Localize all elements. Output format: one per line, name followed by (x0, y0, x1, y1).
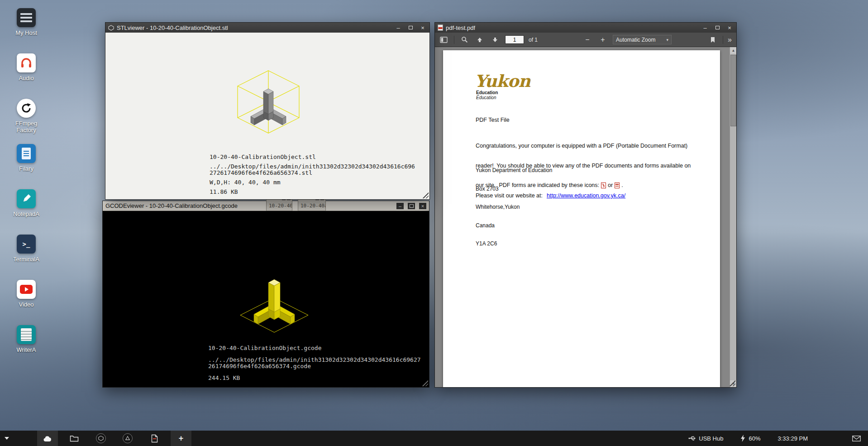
logo-subtitle: Éducation (475, 95, 530, 100)
gcode-filename: 10-20-40-CalibrationObject.gcode (208, 345, 421, 351)
pdf-file-icon (601, 182, 606, 188)
address-line: Yukon Department of Education (476, 168, 552, 174)
zoom-out-icon[interactable]: − (582, 34, 593, 45)
search-icon[interactable] (459, 34, 470, 45)
next-page-icon[interactable] (490, 34, 501, 45)
document-icon (17, 325, 36, 344)
stlviewer-title: STLviewer - 10-20-40-CalibrationObject.s… (117, 24, 228, 31)
desktop-icon-label: Audio (19, 75, 33, 82)
headphones-icon (17, 53, 36, 72)
website-label: Please visit our website at: (476, 192, 543, 199)
stl-dimensions: W,D,H: 40, 40, 40 mm (210, 179, 415, 186)
address-line: Whitehorse,Yukon (476, 204, 552, 211)
stl-3d-render (232, 68, 305, 138)
folder-icon (70, 435, 79, 442)
pencil-icon (17, 189, 36, 208)
desktop-icon-video[interactable]: Video (5, 280, 48, 325)
gcode-viewport[interactable]: 10-20-40-CalibrationObject.gcode ../../D… (103, 211, 429, 387)
usb-hub-status[interactable]: USB Hub (688, 435, 723, 442)
desktop-icon-terminala[interactable]: >_ TerminalA (5, 235, 48, 280)
close-button[interactable]: × (419, 24, 427, 31)
maximize-button[interactable] (406, 24, 415, 31)
battery-percent-label: 60% (749, 435, 760, 442)
minimize-button[interactable]: – (396, 203, 404, 209)
address-block: Yukon Department of Education Box 2703 W… (476, 155, 552, 259)
sidebar-toggle-icon[interactable] (439, 34, 449, 45)
battery-status[interactable]: 60% (740, 435, 760, 442)
taskbar-cloud-button[interactable] (37, 431, 58, 446)
pdf-titlebar[interactable]: pdf-test.pdf – × (435, 23, 736, 33)
taskbar-collapse-icon[interactable] (5, 437, 9, 440)
paragraph-line: Congratulations, your computer is equipp… (476, 143, 720, 149)
pdf-heading: PDF Test File (476, 117, 510, 124)
maximize-button[interactable] (713, 24, 721, 31)
gcode-3d-render (235, 264, 314, 336)
terminal-icon: >_ (17, 235, 36, 254)
address-line: Y1A 2C6 (476, 241, 552, 247)
taskbar-stlviewer-button[interactable] (91, 431, 111, 446)
yukon-wordmark: Yukon (475, 73, 530, 89)
desktop-icon-ffmpeg-factory[interactable]: FFmpeg Factory (5, 99, 48, 144)
pdf-app-icon (438, 24, 443, 31)
more-tools-icon[interactable]: » (728, 36, 732, 44)
toolbar-separator (723, 36, 723, 44)
desktop-icon-notepada[interactable]: NotepadA (5, 189, 48, 235)
circular-arrows-icon (17, 99, 36, 118)
background-window-title: 10-20-40a (267, 203, 292, 209)
pdf-content-area: Yukon Education Éducation PDF Test File … (435, 47, 736, 387)
desktop-icon-label: My Host (15, 29, 37, 36)
pdf-viewer-window: pdf-test.pdf – × of 1 − + (434, 22, 737, 388)
pdf-toolbar: of 1 − + Automatic Zoom ▾ » (435, 33, 736, 47)
resize-grip[interactable] (422, 192, 429, 198)
maximize-button[interactable] (408, 203, 415, 209)
minimize-button[interactable]: – (701, 24, 709, 31)
zoom-select[interactable]: Automatic Zoom ▾ (613, 35, 672, 44)
taskbar-gcodeviewer-button[interactable] (117, 431, 138, 446)
stlviewer-app-icon (108, 25, 114, 31)
taskbar-clock[interactable]: 3:33:29 PM (778, 435, 808, 442)
gcode-filepath: ../../Desktop/files/admin/inith31302d323… (208, 357, 421, 363)
address-line: Canada (476, 223, 552, 229)
close-button[interactable]: × (419, 203, 426, 209)
desktop-icon-my-host[interactable]: My Host (5, 8, 48, 53)
pdf-scrollbar[interactable]: ▲ ▼ (730, 47, 736, 387)
my-host-icon (17, 8, 36, 27)
taskbar-add-button[interactable]: + (171, 431, 191, 446)
scroll-up-icon[interactable]: ▲ (730, 47, 736, 54)
taskbar-mail-button[interactable] (852, 436, 861, 441)
taskbar-files-button[interactable] (64, 431, 85, 446)
cloud-icon (42, 434, 53, 442)
taskbar-left: + (0, 431, 191, 446)
gcodeviewer-app-icon (123, 433, 133, 443)
desktop-icon-filary[interactable]: Filary (5, 144, 48, 189)
desktop-icon-label: TerminalA (13, 256, 39, 263)
page-number-input[interactable] (505, 35, 524, 44)
desktop-icon-label: WriterA (16, 346, 36, 353)
scrollbar-thumb[interactable] (730, 55, 736, 126)
clock-label: 3:33:29 PM (778, 435, 808, 442)
desktop-icon-audio[interactable]: Audio (5, 53, 48, 99)
pdf-document-icon (151, 434, 158, 443)
website-link[interactable]: http://www.education.gov.yk.ca/ (547, 192, 625, 199)
stl-filepath: ../../Desktop/files/admin/inith31302d323… (210, 163, 415, 170)
stlviewer-titlebar[interactable]: STLviewer - 10-20-40-CalibrationObject.s… (105, 23, 429, 33)
minimize-button[interactable]: – (394, 24, 402, 31)
close-button[interactable]: × (725, 24, 734, 31)
previous-page-icon[interactable] (474, 34, 485, 45)
stlviewer-app-icon (96, 433, 106, 443)
stl-viewport[interactable]: 10-20-40-CalibrationObject.stl ../../Des… (105, 33, 429, 199)
stlviewer-window: STLviewer - 10-20-40-CalibrationObject.s… (105, 22, 430, 200)
bookmark-icon[interactable] (707, 34, 718, 45)
zoom-value: Automatic Zoom (616, 37, 655, 43)
page-count-label: of 1 (529, 37, 538, 43)
gcode-filesize: 244.15 KB (208, 375, 421, 381)
resize-grip[interactable] (421, 379, 428, 386)
taskbar-pdf-button[interactable] (144, 431, 165, 446)
website-line: Please visit our website at: http://www.… (476, 192, 625, 199)
desktop-icon-writera[interactable]: WriterA (5, 325, 48, 370)
usb-icon (688, 435, 696, 441)
desktop-icon-label: NotepadA (13, 211, 39, 217)
zoom-in-icon[interactable]: + (597, 34, 608, 45)
address-line: Box 2703 (476, 186, 552, 192)
background-window-title: 10-20-40a (298, 203, 325, 209)
